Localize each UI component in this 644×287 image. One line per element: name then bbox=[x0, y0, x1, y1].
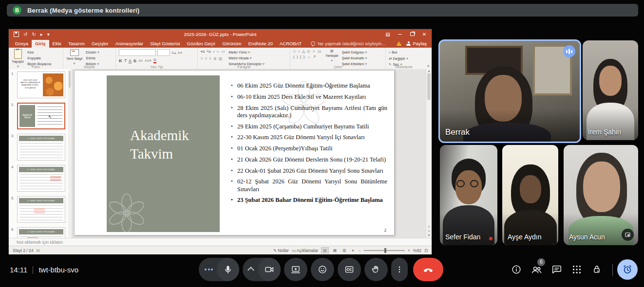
align-center-icon[interactable]: ≡ bbox=[205, 56, 208, 61]
tab-slayt-gosterisi[interactable]: Slayt Gösterisi bbox=[147, 40, 183, 48]
scrollbar-thumb[interactable] bbox=[427, 73, 431, 100]
slide-thumbnail-6[interactable]: 4. SINIF DERS PROGRAMI bbox=[17, 227, 65, 238]
grow-font-icon[interactable]: A▴ bbox=[171, 51, 176, 55]
tab-gozden-gecir[interactable]: Gözden Geçir bbox=[184, 40, 219, 48]
font-color-icon[interactable]: A bbox=[153, 58, 156, 63]
undo-icon[interactable]: ↺ bbox=[23, 32, 27, 37]
save-icon[interactable] bbox=[14, 32, 19, 37]
line-spacing-icon[interactable]: ↕≡ bbox=[221, 50, 226, 54]
current-slide[interactable]: Akademik Takvim 06 Ekim 2025 Güz Dönemi … bbox=[74, 70, 395, 235]
underline-button[interactable]: A bbox=[129, 58, 132, 63]
align-right-icon[interactable]: ≡ bbox=[209, 56, 211, 61]
spellcheck-icon[interactable]: ▤ bbox=[37, 248, 40, 252]
timer-addon-button[interactable] bbox=[617, 259, 638, 280]
slide-thumbnail-2-selected[interactable]: Akademik Takvim ↖ bbox=[17, 103, 65, 129]
shrink-font-icon[interactable]: A▾ bbox=[177, 51, 182, 55]
italic-button[interactable]: T bbox=[124, 58, 127, 63]
reactions-button[interactable] bbox=[311, 258, 334, 281]
indent-increase-icon[interactable]: » bbox=[217, 50, 219, 54]
canvas-scrollbar[interactable]: ▲ ∧ ∨ ▼ bbox=[426, 69, 432, 238]
host-controls-button[interactable] bbox=[591, 264, 602, 275]
mic-button-group[interactable] bbox=[199, 258, 239, 281]
zoom-out-icon[interactable]: − bbox=[359, 248, 361, 253]
cut-button[interactable]: Kes bbox=[27, 50, 51, 54]
font-size-box[interactable] bbox=[157, 49, 170, 56]
close-button[interactable]: ✕ bbox=[419, 31, 430, 38]
zoom-slider[interactable] bbox=[364, 250, 405, 251]
ribbon-display-options-icon[interactable]: ▤ bbox=[382, 31, 393, 38]
zoom-slider-thumb[interactable] bbox=[384, 248, 386, 253]
slideshow-icon[interactable]: ▸ bbox=[40, 32, 43, 37]
font-name-box[interactable] bbox=[119, 49, 156, 56]
captions-button[interactable] bbox=[338, 258, 361, 281]
layout-button[interactable]: Düzen ▾ bbox=[86, 50, 99, 54]
align-text-button[interactable]: Metni Hizala ▾ bbox=[228, 56, 265, 60]
raise-hand-button[interactable] bbox=[364, 258, 388, 281]
video-tile-aysun[interactable]: Aysun Acun bbox=[564, 145, 638, 245]
slideshow-view-button[interactable]: ▸ bbox=[351, 248, 356, 253]
activities-button[interactable] bbox=[571, 264, 582, 275]
reading-view-button[interactable]: ▥ bbox=[341, 248, 348, 253]
copy-button[interactable]: Kopyala bbox=[27, 56, 51, 60]
columns-icon[interactable]: ▥ bbox=[219, 56, 223, 61]
tab-acrobat[interactable]: ACROBAT bbox=[276, 40, 305, 48]
camera-button-group[interactable] bbox=[243, 258, 281, 281]
thumbnail-scrollbar[interactable] bbox=[68, 70, 71, 237]
comments-toggle[interactable]: ▭ Açıklamalar bbox=[292, 248, 318, 253]
meeting-details-button[interactable] bbox=[511, 264, 522, 275]
indent-decrease-icon[interactable]: « bbox=[213, 50, 215, 54]
collapse-ribbon-icon[interactable]: ∧ bbox=[427, 64, 430, 68]
scroll-up-icon[interactable]: ▲ bbox=[427, 69, 431, 72]
slide-thumbnail-1[interactable]: 2025-2026 GÜZ YARIYILI HEMŞİRELİK AKADEM… bbox=[17, 72, 65, 98]
tab-gorunum[interactable]: Görünüm bbox=[219, 40, 245, 48]
shape-outline-button[interactable]: Şekil Anahattı ▾ bbox=[342, 56, 367, 60]
video-tile-sefer[interactable]: Sefer Fidan bbox=[440, 145, 497, 245]
character-spacing-icon[interactable]: ab bbox=[138, 58, 143, 63]
video-tile-irem[interactable]: İrem Şahin bbox=[583, 40, 638, 140]
camera-button[interactable] bbox=[258, 258, 281, 281]
find-button[interactable]: ⌕ Bul bbox=[389, 50, 408, 55]
shape-fill-button[interactable]: Şekil Dolgusu ▾ bbox=[342, 50, 367, 54]
fit-to-window-icon[interactable]: ⊡ bbox=[424, 248, 428, 253]
video-tile-ayse[interactable]: Ayşe Aydın bbox=[502, 145, 558, 245]
zoom-in-icon[interactable]: + bbox=[408, 248, 410, 253]
numbering-icon[interactable]: ¹≡ bbox=[207, 49, 210, 54]
shapes-gallery[interactable]: □ ○ △ ◇ ☆ ▭( ) { } ↔ ↗ bbox=[293, 49, 322, 60]
chat-button[interactable] bbox=[551, 264, 562, 275]
tab-endnote[interactable]: EndNote 20 bbox=[245, 40, 276, 48]
normal-view-button[interactable]: ▤ bbox=[321, 247, 329, 253]
tab-giris[interactable]: Giriş bbox=[32, 40, 49, 48]
restore-button[interactable] bbox=[407, 31, 417, 38]
previous-slide-icon[interactable]: ∧ bbox=[428, 225, 430, 229]
scroll-down-icon[interactable]: ▼ bbox=[427, 233, 431, 237]
justify-icon[interactable]: ≣ bbox=[213, 56, 217, 61]
bullets-icon[interactable]: •≡ bbox=[201, 49, 205, 54]
people-button[interactable]: 6 bbox=[531, 264, 542, 275]
present-screen-button[interactable] bbox=[284, 258, 307, 281]
notes-pane[interactable]: Not eklemek için tıklatın bbox=[9, 238, 432, 246]
align-left-icon[interactable]: ≡ bbox=[201, 56, 203, 61]
chevron-up-icon[interactable] bbox=[247, 267, 254, 273]
slide-thumbnail-4[interactable]: 2. SINIF DERS PROGRAMI bbox=[17, 165, 65, 192]
tab-dosya[interactable]: Dosya bbox=[12, 40, 32, 48]
slide-sorter-view-button[interactable]: ▦ bbox=[332, 248, 339, 253]
arrange-button[interactable]: ▣ Yerleştir▾ bbox=[325, 49, 339, 63]
new-slide-button[interactable]: Yeni Slayt▾ bbox=[66, 49, 82, 66]
mic-button[interactable] bbox=[217, 258, 239, 281]
tab-animasyonlar[interactable]: Animasyonlar bbox=[112, 40, 147, 48]
quick-access-dropdown-icon[interactable]: ▾ bbox=[47, 32, 50, 37]
tab-tasarim[interactable]: Tasarım bbox=[65, 40, 88, 48]
change-case-icon[interactable]: Aa▾ bbox=[145, 58, 152, 63]
warning-icon[interactable]: ! bbox=[397, 41, 401, 46]
slide-thumbnail-5[interactable]: 3. SINIF DERS PROGRAMI bbox=[17, 196, 65, 223]
video-tile-berrak[interactable]: Berrak bbox=[438, 39, 581, 143]
bold-button[interactable]: K bbox=[119, 58, 122, 63]
redo-icon[interactable]: ↻ bbox=[32, 32, 36, 37]
tell-me-box[interactable]: Ne yapmak istediğinizi söyleyin... bbox=[311, 41, 385, 48]
more-options-button[interactable] bbox=[391, 258, 408, 281]
tab-gecisler[interactable]: Geçişler bbox=[88, 40, 112, 48]
notes-toggle[interactable]: ✎ Notlar bbox=[273, 248, 289, 253]
text-direction-button[interactable]: Metin Yönü ▾ bbox=[228, 50, 265, 54]
strikethrough-button[interactable]: S bbox=[133, 58, 136, 63]
share-button[interactable]: Paylaş bbox=[406, 41, 427, 46]
